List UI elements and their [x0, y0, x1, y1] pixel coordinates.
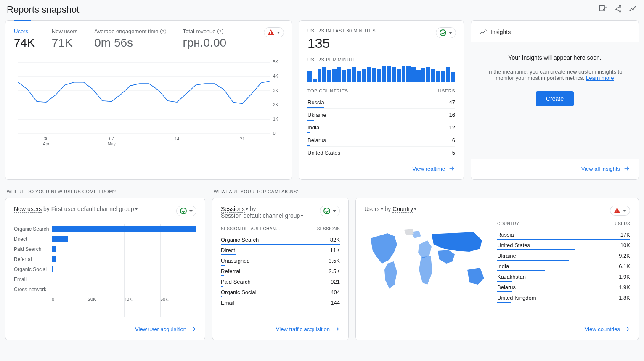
svg-point-0: [619, 5, 621, 7]
table-row: United States5: [307, 147, 455, 159]
metric-label: Users: [14, 28, 35, 34]
status-chip[interactable]: [436, 27, 456, 38]
table-row: Ukraine16: [307, 109, 455, 121]
table-row: Ukraine9.2K: [497, 250, 630, 261]
metric-new-users[interactable]: New users 71K: [52, 28, 77, 50]
svg-text:07: 07: [109, 137, 114, 141]
svg-text:30: 30: [44, 137, 49, 141]
customize-icon[interactable]: [599, 5, 607, 15]
table-row: Unassigned3.5K: [221, 255, 340, 266]
warning-icon: [614, 208, 620, 213]
acquisition-card: New users by First user default channel …: [5, 198, 205, 340]
info-icon: ?: [217, 29, 223, 34]
svg-point-3: [629, 10, 631, 11]
sessions-card: Sessions by Session default channel grou…: [212, 198, 349, 340]
metric-revenue[interactable]: Total revenue ? грн.0.00: [183, 28, 227, 50]
svg-text:21: 21: [240, 137, 245, 141]
realtime-heading: USERS IN LAST 30 MINUTES: [307, 28, 455, 33]
table-row: Email144: [221, 297, 340, 308]
chevron-down-icon: [449, 32, 452, 34]
table-row: Russia47: [307, 96, 455, 109]
svg-text:4K: 4K: [273, 74, 278, 79]
svg-point-25: [485, 29, 486, 30]
view-countries-link[interactable]: View countries: [364, 326, 630, 332]
status-chip[interactable]: [176, 206, 196, 216]
table-row: Kazakhstan1.9K: [497, 271, 630, 282]
header-actions: [599, 5, 637, 15]
sessions-table-header: SESSION DEFAULT CHAN…SESSIONS: [221, 223, 340, 234]
table-row: Paid Search921: [221, 276, 340, 287]
users-line-chart: 01K2K3K4K5K30Apr07May1421: [14, 58, 283, 150]
metric-label: Total revenue ?: [183, 28, 227, 34]
metric-label: Average engagement time ?: [94, 28, 166, 34]
bar-row: Organic Search: [14, 224, 196, 234]
chevron-down-icon: [189, 210, 193, 212]
table-row: United Kingdom1.8K: [497, 292, 630, 303]
arrow-right-icon: [333, 326, 340, 332]
metric-value: 71K: [52, 36, 77, 50]
realtime-value: 135: [307, 36, 455, 51]
chevron-down-icon: [301, 215, 303, 217]
status-chip[interactable]: [610, 206, 630, 216]
countries-table-header: COUNTRYUSERS: [497, 221, 630, 229]
check-icon: [323, 208, 330, 214]
svg-text:5K: 5K: [273, 60, 278, 64]
svg-text:2K: 2K: [273, 103, 278, 107]
status-chip[interactable]: [264, 27, 284, 37]
svg-text:3K: 3K: [273, 88, 278, 93]
view-user-acquisition-link[interactable]: View user acquisition: [14, 326, 196, 332]
countries-title[interactable]: Users by Country: [364, 206, 416, 212]
section-label-campaigns: WHAT ARE YOUR TOP CAMPAIGNS?: [214, 189, 349, 194]
arrow-right-icon: [190, 326, 196, 332]
svg-point-5: [633, 9, 634, 11]
svg-point-26: [486, 30, 487, 31]
bar-row: Referral: [14, 254, 196, 264]
svg-point-6: [635, 6, 636, 8]
metric-users[interactable]: Users 74K: [14, 28, 35, 50]
view-all-insights-link[interactable]: View all insights: [480, 165, 630, 172]
arrow-right-icon: [448, 165, 455, 172]
table-row: Referral2.5K: [221, 266, 340, 276]
arrow-right-icon: [623, 165, 630, 172]
chevron-down-icon: [135, 208, 138, 210]
learn-more-link[interactable]: Learn more: [586, 75, 614, 81]
chevron-down-icon: [333, 210, 336, 212]
create-button[interactable]: Create: [536, 91, 574, 106]
page-title: Reports snapshot: [7, 4, 79, 15]
table-row: Organic Search82K: [221, 234, 340, 245]
status-chip[interactable]: [320, 206, 340, 216]
bar-row: Organic Social: [14, 264, 196, 274]
view-traffic-acquisition-link[interactable]: View traffic acquisition: [221, 326, 340, 332]
check-icon: [440, 29, 446, 36]
insights-icon[interactable]: [629, 5, 637, 15]
svg-point-1: [615, 8, 617, 10]
info-icon: ?: [160, 29, 166, 34]
metric-value: грн.0.00: [183, 36, 227, 50]
table-row: Organic Social404: [221, 287, 340, 297]
metric-value: 74K: [14, 36, 35, 50]
svg-text:1K: 1K: [273, 117, 278, 121]
table-row: Direct11K: [221, 245, 340, 255]
bar-row: Direct: [14, 234, 196, 244]
world-map: [364, 221, 490, 326]
svg-text:14: 14: [175, 137, 180, 141]
table-row: Belarus1.9K: [497, 282, 630, 292]
overview-card: Users 74K New users 71K Average engageme…: [5, 20, 292, 180]
chevron-down-icon: [277, 32, 280, 34]
insights-message: Your Insights will appear here soon.: [508, 54, 601, 61]
insights-sparkle-icon: [480, 28, 487, 36]
view-realtime-link[interactable]: View realtime: [307, 165, 455, 172]
svg-text:0: 0: [273, 131, 276, 136]
sessions-title[interactable]: Sessions by Session default channel grou…: [221, 206, 303, 219]
realtime-card: USERS IN LAST 30 MINUTES 135 USERS PER M…: [299, 20, 464, 180]
arrow-right-icon: [623, 326, 630, 332]
insights-submessage: In the meantime, you can create new cust…: [481, 69, 628, 81]
svg-text:May: May: [108, 142, 116, 146]
table-row: India12: [307, 121, 455, 134]
share-icon[interactable]: [614, 5, 622, 15]
svg-text:Apr: Apr: [43, 142, 50, 146]
table-row: Russia17K: [497, 229, 630, 240]
metric-engagement[interactable]: Average engagement time ? 0m 56s: [94, 28, 166, 50]
chevron-down-icon: [623, 210, 626, 212]
acquisition-title[interactable]: New users by First user default channel …: [14, 206, 138, 212]
